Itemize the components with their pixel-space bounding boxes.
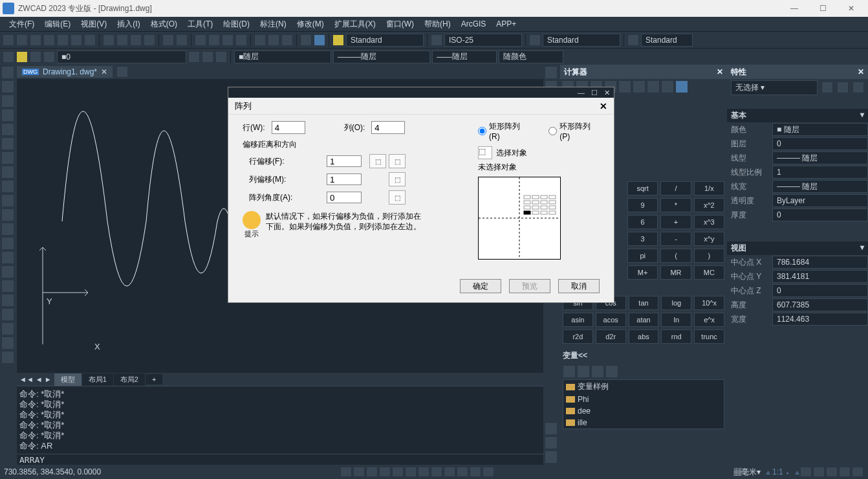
calc-close-icon[interactable]: ✕ <box>717 67 723 76</box>
menu-insert[interactable]: 插入(I) <box>112 19 145 30</box>
pick-both-button[interactable]: ⬚ <box>369 154 386 168</box>
layer-tool2-icon[interactable] <box>202 51 213 63</box>
prop-height[interactable]: 607.7385 <box>772 298 868 311</box>
var-item[interactable]: 变量样例 <box>563 380 724 394</box>
tab-layout2[interactable]: 布局2 <box>114 373 145 386</box>
open-icon[interactable] <box>16 34 28 46</box>
rows-input[interactable] <box>272 121 305 134</box>
preview-icon[interactable] <box>71 34 82 46</box>
calc-tool-8[interactable] <box>661 80 674 93</box>
dlg-x-icon[interactable]: ✕ <box>604 89 610 97</box>
calc-add[interactable]: + <box>660 215 691 229</box>
calc-log[interactable]: log <box>661 296 691 310</box>
sb-polar-icon[interactable] <box>379 467 391 477</box>
table-icon[interactable] <box>1 280 14 293</box>
undo-icon[interactable] <box>162 34 174 46</box>
calc-help-icon[interactable] <box>675 80 688 93</box>
pick-angle-button[interactable]: ⬚ <box>389 190 406 205</box>
prop-center-x[interactable]: 786.1684 <box>772 256 868 269</box>
cut-icon[interactable] <box>103 34 114 46</box>
sb-am-icon[interactable] <box>483 467 494 477</box>
calc-icon[interactable] <box>300 34 312 46</box>
calc-div[interactable]: / <box>660 181 691 195</box>
sb-end3-icon[interactable] <box>826 467 838 477</box>
calc-rpar[interactable]: ) <box>694 249 724 263</box>
prop-width[interactable]: 1124.463 <box>772 313 868 326</box>
paste-icon[interactable] <box>130 34 142 46</box>
calc-abs[interactable]: abs <box>629 329 659 344</box>
calc-cube[interactable]: x^3 <box>694 215 724 229</box>
sb-sc-icon[interactable] <box>470 467 481 477</box>
angle-input[interactable] <box>327 192 362 203</box>
calc-tool-5[interactable] <box>618 80 631 93</box>
grid-icon[interactable] <box>1 337 14 350</box>
prop-thickness[interactable]: 0 <box>772 208 868 221</box>
layer-lock-icon[interactable] <box>43 51 55 63</box>
zoomwin-icon[interactable] <box>222 34 233 46</box>
dimstyle-icon[interactable] <box>431 34 442 46</box>
calc-sqrt[interactable]: sqrt <box>627 181 658 195</box>
var-item[interactable]: dee <box>563 405 724 417</box>
region-icon[interactable] <box>1 265 14 278</box>
prop-lineweight[interactable]: ——— 随层 <box>772 180 868 193</box>
preview-button[interactable]: 预览 <box>509 279 550 293</box>
calc-sub[interactable]: - <box>660 232 691 246</box>
dlg-min-icon[interactable]: — <box>578 89 585 96</box>
props-tool-2[interactable] <box>837 82 849 93</box>
menu-appplus[interactable]: APP+ <box>491 19 521 28</box>
calc-ln[interactable]: ln <box>661 313 691 327</box>
prop-ltscale[interactable]: 1 <box>772 166 868 179</box>
rect-icon[interactable] <box>1 137 14 150</box>
close-button[interactable]: ✕ <box>837 0 865 17</box>
calc-tan[interactable]: tan <box>629 296 659 310</box>
linetype-select[interactable]: ——— 随层 <box>333 50 430 63</box>
pick-col-button[interactable]: ⬚ <box>389 172 406 186</box>
lineweight-select[interactable]: —— 随层 <box>432 50 497 63</box>
radio-polar[interactable]: 环形阵列(P) <box>548 121 600 141</box>
selection-combo[interactable]: 无选择 ▾ <box>731 80 818 95</box>
props-close-icon[interactable]: ✕ <box>858 67 864 76</box>
menu-format[interactable]: 格式(O) <box>146 19 182 30</box>
strip-icon-4[interactable] <box>545 422 558 435</box>
circle-icon[interactable] <box>1 95 14 107</box>
gradient-icon[interactable] <box>1 251 14 264</box>
menu-modify[interactable]: 修改(M) <box>292 19 329 30</box>
table-style-select[interactable]: Standard <box>543 34 620 47</box>
sb-end5-icon[interactable] <box>852 467 863 477</box>
basic-section[interactable]: 基本▾ <box>727 109 868 122</box>
menu-tools[interactable]: 工具(T) <box>182 19 218 30</box>
dialog-close-icon[interactable]: ✕ <box>600 101 607 111</box>
save-icon[interactable] <box>30 34 41 46</box>
help-icon[interactable] <box>314 34 325 46</box>
mtext-icon[interactable] <box>1 294 14 307</box>
strip-icon-1[interactable] <box>545 66 558 79</box>
calc-mul[interactable]: * <box>660 198 691 212</box>
prop-linetype[interactable]: ——— 随层 <box>772 151 868 164</box>
pick-row-button[interactable]: ⬚ <box>389 154 406 168</box>
cancel-button[interactable]: 取消 <box>558 279 600 293</box>
close-tab-icon[interactable]: ✕ <box>101 67 107 76</box>
new-tab-icon[interactable] <box>116 66 128 78</box>
layer-tool1-icon[interactable] <box>188 51 200 63</box>
saveas-icon[interactable] <box>43 34 55 46</box>
polygon-icon[interactable] <box>1 123 14 136</box>
prop-layer[interactable]: 0 <box>772 137 868 150</box>
ml-style-select[interactable]: Standard <box>641 34 693 47</box>
unit-readout[interactable]: ▦毫米▾ <box>733 467 761 478</box>
props-tool-1[interactable] <box>821 82 833 93</box>
point-icon[interactable] <box>1 208 14 221</box>
calc-d2r[interactable]: d2r <box>596 329 626 344</box>
var-item[interactable]: Phi <box>563 394 724 405</box>
spline-icon[interactable] <box>1 151 14 164</box>
var-tool-3[interactable] <box>591 365 604 378</box>
dim-style-select[interactable]: ISO-25 <box>444 34 522 47</box>
plot-icon[interactable] <box>57 34 69 46</box>
ellipse-icon[interactable] <box>1 166 14 179</box>
copy-icon[interactable] <box>116 34 128 46</box>
grid3-icon[interactable] <box>281 34 293 46</box>
sb-model-icon[interactable] <box>444 467 455 477</box>
col-offset-input[interactable] <box>327 173 362 185</box>
minimize-button[interactable]: — <box>780 0 808 17</box>
command-input[interactable] <box>17 454 543 465</box>
strip-icon-5[interactable] <box>545 436 558 449</box>
